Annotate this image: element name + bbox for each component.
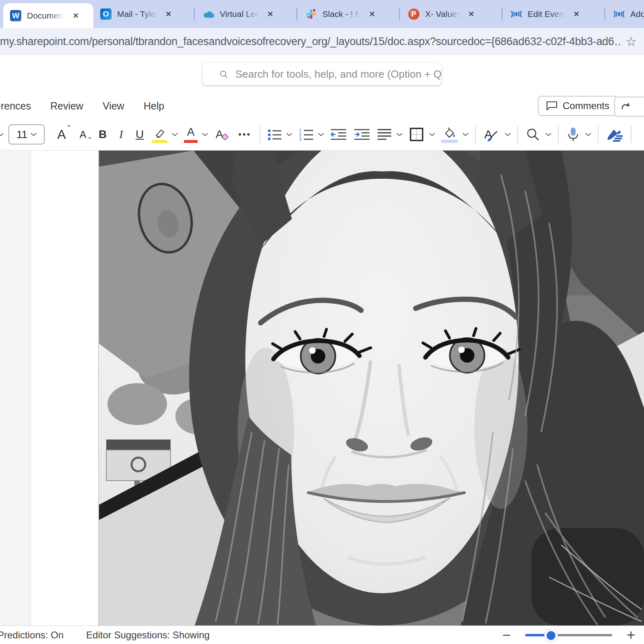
numbered-list-icon: 123 — [298, 128, 314, 141]
font-size-value: 11 — [17, 128, 27, 141]
tab-title: Add A New — [630, 9, 644, 19]
eraser-icon — [221, 134, 229, 141]
chevron-down-icon[interactable] — [172, 132, 178, 136]
editor-button[interactable] — [603, 124, 627, 145]
close-icon[interactable]: ✕ — [165, 10, 172, 18]
shrink-font-button[interactable]: A⌄ — [73, 124, 93, 145]
indent-button[interactable] — [351, 124, 373, 145]
toolbar-divider — [631, 126, 632, 143]
formatting-toolbar: 11 A⌃ A⌄ B I U A A ••• — [0, 119, 644, 151]
browser-tab-strip: W Document ✕ O Mail - Tyler ✕ Virtual Le… — [0, 0, 644, 28]
tab-mail[interactable]: O Mail - Tyler ✕ — [93, 0, 192, 28]
underline-button[interactable]: U — [131, 124, 149, 145]
zoom-slider[interactable] — [525, 634, 612, 636]
editor-suggestions-status[interactable]: Editor Suggestions: Showing — [86, 630, 210, 641]
chevron-down-icon[interactable] — [505, 132, 511, 136]
tab-powerpoint[interactable]: P X- Values ✕ — [401, 0, 500, 28]
tab-title: X- Values — [425, 9, 461, 19]
editor-pen-icon — [606, 127, 623, 142]
zoom-in-button[interactable]: + — [627, 628, 635, 642]
slack-icon — [305, 8, 317, 20]
chevron-down-icon[interactable] — [202, 132, 208, 136]
chevron-down-icon[interactable] — [318, 132, 324, 136]
close-icon[interactable]: ✕ — [369, 10, 376, 18]
tab-separator — [194, 8, 195, 21]
comment-bubble-icon — [546, 100, 558, 111]
tab-document[interactable]: W Document ✕ — [3, 3, 93, 28]
tab-separator — [399, 8, 400, 21]
catchup-button-partial[interactable] — [614, 97, 644, 117]
url-bar[interactable]: my.sharepoint.com/personal/tbrandon_face… — [0, 28, 644, 55]
shading-button[interactable] — [438, 124, 461, 145]
ribbon-menu-row: erences Review View Help Comments — [0, 93, 644, 119]
table-icon — [409, 127, 424, 142]
cloud-icon — [202, 8, 215, 20]
close-icon[interactable]: ✕ — [267, 10, 274, 18]
tab-title: Edit Event — [528, 9, 566, 19]
menu-review[interactable]: Review — [50, 100, 83, 112]
tab-edit-event[interactable]: Edit Event ✕ — [504, 0, 603, 28]
tab-slack[interactable]: Slack - ! fv ✕ — [299, 0, 398, 28]
browser-window: W Document ✕ O Mail - Tyler ✕ Virtual Le… — [0, 0, 644, 644]
selfie-photo-illustration — [99, 151, 644, 625]
table-button[interactable] — [406, 124, 427, 145]
numbered-list-button[interactable]: 123 — [295, 124, 316, 145]
font-size-select[interactable]: 11 — [8, 124, 45, 144]
chevron-down-icon[interactable] — [286, 132, 292, 136]
search-placeholder: Search for tools, help, and more (Option… — [235, 68, 442, 80]
chevron-down-icon[interactable] — [396, 132, 402, 136]
search-icon — [526, 128, 540, 141]
caret-down-icon: ⌄ — [87, 134, 92, 140]
outdent-button[interactable] — [327, 124, 350, 145]
font-color-button[interactable]: A — [181, 124, 200, 145]
chevron-down-icon[interactable] — [429, 132, 435, 136]
zoom-out-button[interactable]: − — [502, 628, 511, 642]
close-icon[interactable]: ✕ — [72, 12, 79, 20]
svg-text:3: 3 — [299, 137, 301, 141]
tab-separator — [502, 8, 503, 21]
font-name-dropdown-chevron[interactable] — [0, 132, 4, 136]
word-icon: W — [10, 10, 22, 22]
bold-button[interactable]: B — [94, 124, 111, 145]
chevron-down-icon[interactable] — [545, 132, 551, 136]
comments-button[interactable]: Comments — [538, 96, 617, 116]
bullet-list-button[interactable] — [264, 124, 285, 145]
menu-references-partial[interactable]: erences — [0, 100, 31, 112]
caret-up-icon: ⌃ — [66, 124, 71, 130]
styles-button[interactable]: A — [480, 124, 503, 145]
paint-bucket-icon — [442, 128, 458, 141]
tab-virtual-learning[interactable]: Virtual Lea ✕ — [196, 0, 295, 28]
tab-add-a-new[interactable]: Add A New ✕ — [607, 0, 644, 28]
find-button[interactable] — [522, 124, 544, 145]
clear-formatting-button[interactable]: A — [211, 124, 233, 145]
predictions-status[interactable]: Predictions: On — [0, 630, 64, 641]
italic-button[interactable]: I — [112, 124, 130, 145]
menu-view[interactable]: View — [103, 100, 124, 112]
dictate-button[interactable] — [563, 124, 584, 145]
highlighter-icon — [153, 128, 167, 140]
more-formatting-button[interactable]: ••• — [234, 124, 256, 145]
toolbar-divider — [260, 126, 260, 143]
zoom-slider-thumb[interactable] — [545, 629, 557, 642]
align-icon — [377, 128, 392, 141]
tab-title: Slack - ! fv — [322, 9, 362, 19]
bookmark-star-icon[interactable]: ☆ — [621, 34, 637, 49]
chevron-down-icon — [31, 132, 37, 136]
close-icon[interactable]: ✕ — [468, 10, 475, 18]
brush-icon — [487, 130, 499, 142]
arrow-icon — [621, 102, 631, 111]
menu-help[interactable]: Help — [144, 100, 164, 112]
document-photo-selected[interactable] — [98, 151, 644, 625]
highlight-button[interactable] — [149, 124, 170, 145]
document-canvas[interactable] — [0, 151, 644, 625]
alignment-button[interactable] — [374, 124, 395, 145]
chevron-down-icon[interactable] — [585, 132, 591, 136]
chevron-down-icon[interactable] — [462, 132, 469, 136]
search-input[interactable]: Search for tools, help, and more (Option… — [202, 63, 442, 85]
zoom-control: − + — [502, 628, 635, 642]
bullet-list-icon — [267, 128, 282, 141]
grow-font-button[interactable]: A⌃ — [51, 124, 72, 145]
close-icon[interactable]: ✕ — [573, 10, 580, 18]
url-text[interactable]: my.sharepoint.com/personal/tbrandon_face… — [0, 35, 621, 48]
ripple-icon — [613, 8, 625, 20]
